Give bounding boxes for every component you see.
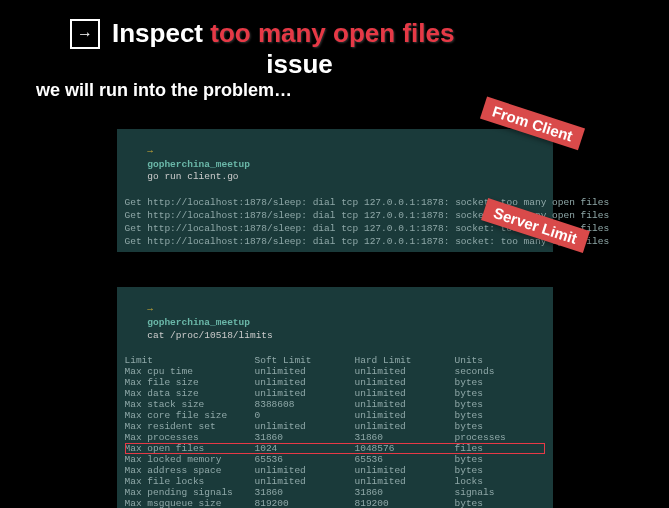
limits-cell: unlimited (255, 421, 355, 432)
limits-cell: Max stack size (125, 399, 255, 410)
limits-cell: 0 (255, 410, 355, 421)
limits-cell: 8388608 (255, 399, 355, 410)
limits-cell: unlimited (255, 388, 355, 399)
prompt-arrow-icon: → (147, 304, 153, 315)
limits-cell: unlimited (355, 388, 455, 399)
limits-cell: unlimited (255, 366, 355, 377)
prompt-path: gopherchina_meetup (147, 317, 250, 328)
limits-cell: unlimited (355, 366, 455, 377)
terminal-output-line: Get http://localhost:1878/sleep: dial tc… (125, 197, 545, 210)
terminal-server: → gopherchina_meetup cat /proc/10518/lim… (117, 287, 553, 508)
limits-cell: bytes (455, 498, 545, 508)
limits-row: Max processes3186031860processes (125, 432, 545, 443)
limits-cell: bytes (455, 377, 545, 388)
limits-row: Max file sizeunlimitedunlimitedbytes (125, 377, 545, 388)
limits-cell: unlimited (355, 377, 455, 388)
limits-cell: 31860 (355, 432, 455, 443)
limits-header-cell: Units (455, 355, 545, 366)
slide-header: → Inspect too many open files issue we w… (0, 0, 669, 109)
limits-cell: Max pending signals (125, 487, 255, 498)
limits-cell: Max file size (125, 377, 255, 388)
limits-cell: Max resident set (125, 421, 255, 432)
limits-cell: unlimited (355, 399, 455, 410)
limits-cell: Max open files (125, 443, 255, 454)
limits-cell: unlimited (255, 465, 355, 476)
title-white: Inspect (112, 18, 203, 48)
limits-header-row: LimitSoft LimitHard LimitUnits (125, 355, 545, 366)
limits-cell: Max file locks (125, 476, 255, 487)
limits-header-cell: Soft Limit (255, 355, 355, 366)
terminal-client: → gopherchina_meetup go run client.go Ge… (117, 129, 553, 252)
limits-cell: Max core file size (125, 410, 255, 421)
limits-cell: unlimited (255, 377, 355, 388)
limits-cell: unlimited (355, 410, 455, 421)
limits-row: Max core file size0unlimitedbytes (125, 410, 545, 421)
limits-cell: 31860 (255, 487, 355, 498)
title-line2: issue (266, 49, 333, 79)
terminal-command: cat /proc/10518/limits (147, 330, 272, 341)
limits-cell: Max msgqueue size (125, 498, 255, 508)
limits-cell: bytes (455, 454, 545, 465)
limits-row: Max address spaceunlimitedunlimitedbytes (125, 465, 545, 476)
limits-cell: 65536 (255, 454, 355, 465)
limits-cell: files (455, 443, 545, 454)
limits-row: Max cpu timeunlimitedunlimitedseconds (125, 366, 545, 377)
limits-cell: 31860 (255, 432, 355, 443)
limits-row: Max stack size8388608unlimitedbytes (125, 399, 545, 410)
limits-row: Max resident setunlimitedunlimitedbytes (125, 421, 545, 432)
limits-cell: signals (455, 487, 545, 498)
slide-subtitle: we will run into the problem… (36, 80, 633, 101)
limits-cell: bytes (455, 410, 545, 421)
limits-cell: bytes (455, 421, 545, 432)
terminal-output-line: Get http://localhost:1878/sleep: dial tc… (125, 223, 545, 236)
limits-cell: bytes (455, 399, 545, 410)
limits-cell: Max data size (125, 388, 255, 399)
title-red: too many open files (210, 18, 454, 48)
limits-row: Max file locksunlimitedunlimitedlocks (125, 476, 545, 487)
limits-row: Max msgqueue size819200819200bytes (125, 498, 545, 508)
limits-row: Max data sizeunlimitedunlimitedbytes (125, 388, 545, 399)
limits-header-cell: Limit (125, 355, 255, 366)
limits-header-cell: Hard Limit (355, 355, 455, 366)
limits-cell: Max cpu time (125, 366, 255, 377)
limits-cell: 1048576 (355, 443, 455, 454)
limits-cell: 819200 (255, 498, 355, 508)
limits-row: Max locked memory6553665536bytes (125, 454, 545, 465)
limits-cell: seconds (455, 366, 545, 377)
limits-cell: unlimited (355, 465, 455, 476)
arrow-right-box-icon: → (70, 19, 100, 49)
limits-cell: Max address space (125, 465, 255, 476)
limits-cell: unlimited (355, 421, 455, 432)
limits-cell: locks (455, 476, 545, 487)
limits-cell: bytes (455, 388, 545, 399)
highlighted-limit-row: Max open files10241048576files (125, 443, 545, 454)
limits-cell: processes (455, 432, 545, 443)
limits-cell: unlimited (355, 476, 455, 487)
terminal-command: go run client.go (147, 171, 238, 182)
prompt-arrow-icon: → (147, 146, 153, 157)
limits-cell: Max processes (125, 432, 255, 443)
limits-cell: 65536 (355, 454, 455, 465)
limits-cell: bytes (455, 465, 545, 476)
prompt-path: gopherchina_meetup (147, 159, 250, 170)
limits-row: Max pending signals3186031860signals (125, 487, 545, 498)
limits-cell: 819200 (355, 498, 455, 508)
limits-cell: Max locked memory (125, 454, 255, 465)
terminal-output-line: Get http://localhost:1878/sleep: dial tc… (125, 236, 545, 249)
limits-cell: 31860 (355, 487, 455, 498)
limits-cell: 1024 (255, 443, 355, 454)
slide-title: Inspect too many open files (112, 18, 454, 49)
limits-cell: unlimited (255, 476, 355, 487)
